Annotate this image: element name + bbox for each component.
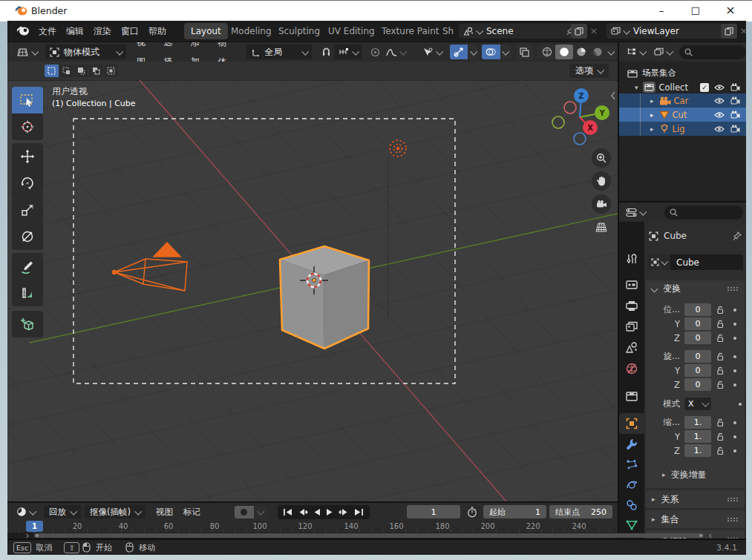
- gizmos-toggle[interactable]: [450, 45, 468, 59]
- workspace-tab-modeling[interactable]: Modeling: [224, 23, 278, 39]
- animate-dot[interactable]: [733, 337, 736, 340]
- panel-grip[interactable]: [727, 497, 739, 502]
- properties-search-input[interactable]: [664, 205, 743, 220]
- jump-to-end-button[interactable]: [354, 508, 364, 516]
- expand-arrow-icon[interactable]: ▾: [635, 84, 638, 91]
- outliner-row-cube[interactable]: ▸ Cut: [619, 108, 746, 122]
- keying-dropdown[interactable]: 抠像(插帧): [85, 505, 146, 518]
- animate-dot[interactable]: [733, 309, 736, 312]
- scene-collection-row[interactable]: 场景集合: [619, 66, 746, 80]
- hide-eye-icon[interactable]: [714, 125, 725, 133]
- blender-menu-icon[interactable]: [16, 26, 30, 36]
- timeline-menu-view[interactable]: 视图: [156, 503, 173, 521]
- tool-transform[interactable]: [12, 223, 43, 250]
- shading-rendered-button[interactable]: [589, 47, 606, 57]
- relations-panel[interactable]: ▸ 关系: [646, 490, 745, 508]
- select-mode-extend-button[interactable]: [59, 65, 73, 77]
- animate-dot[interactable]: [733, 421, 736, 424]
- timeline-scrollbar[interactable]: [7, 533, 618, 538]
- prev-keyframe-button[interactable]: [298, 508, 308, 516]
- tool-scale[interactable]: [12, 197, 43, 223]
- tool-select-box[interactable]: [12, 87, 43, 113]
- tab-particles[interactable]: [626, 459, 638, 470]
- options-dropdown[interactable]: 选项: [569, 64, 609, 78]
- unlock-icon[interactable]: [716, 352, 725, 361]
- disable-render-icon[interactable]: [730, 83, 740, 91]
- menu-file[interactable]: 文件: [39, 21, 56, 42]
- frame-start-field[interactable]: 起始 1: [483, 505, 546, 518]
- animate-dot[interactable]: [739, 403, 742, 406]
- tab-render[interactable]: [626, 280, 638, 290]
- properties-editor-type-button[interactable]: [623, 205, 648, 220]
- select-mode-new-button[interactable]: [45, 65, 59, 77]
- pin-icon[interactable]: [733, 231, 742, 241]
- disable-render-icon[interactable]: [730, 125, 740, 133]
- viewlayer-new-button[interactable]: [721, 24, 737, 39]
- maximize-button[interactable]: □: [679, 1, 713, 22]
- timeline-menu-markers[interactable]: 标记: [183, 503, 200, 521]
- select-mode-invert-button[interactable]: [89, 65, 103, 77]
- outliner-row-light[interactable]: ▸ Lig: [619, 122, 746, 136]
- transform-panel-header[interactable]: 变换: [646, 280, 745, 297]
- shading-solid-button[interactable]: [555, 45, 573, 59]
- rotation-z-field[interactable]: 0: [684, 378, 711, 391]
- tool-measure[interactable]: [12, 280, 43, 306]
- close-button[interactable]: ×: [713, 1, 748, 22]
- xray-toggle[interactable]: [517, 45, 533, 59]
- workspace-tab-uv-editing[interactable]: UV Editing: [321, 23, 382, 39]
- workspace-tab-layout[interactable]: Layout: [184, 23, 228, 39]
- tab-view-layer[interactable]: [626, 321, 638, 332]
- minimize-button[interactable]: –: [644, 1, 679, 22]
- select-mode-subtract-button[interactable]: [74, 65, 88, 77]
- tool-annotate[interactable]: [12, 253, 43, 280]
- navigation-gizmo[interactable]: Z Y X: [549, 82, 616, 156]
- outliner-editor-type-button[interactable]: [624, 45, 648, 59]
- rotation-mode-dropdown[interactable]: X: [684, 398, 711, 410]
- tool-move[interactable]: [12, 143, 43, 170]
- shading-dropdown[interactable]: [606, 50, 616, 55]
- unlock-icon[interactable]: [716, 432, 725, 441]
- playhead[interactable]: 1: [26, 521, 43, 532]
- editor-type-button[interactable]: [13, 45, 41, 59]
- tab-physics[interactable]: [626, 479, 638, 491]
- timeline-ruler[interactable]: 20 40 60 80 100 120 140 160 180 200 220 …: [7, 521, 618, 533]
- outliner-search-input[interactable]: [679, 45, 746, 59]
- next-keyframe-button[interactable]: [339, 508, 349, 516]
- unlock-icon[interactable]: [716, 418, 725, 427]
- animate-dot[interactable]: [733, 435, 736, 438]
- pan-button[interactable]: [592, 171, 611, 191]
- hide-eye-icon[interactable]: [714, 111, 725, 119]
- disable-render-icon[interactable]: [730, 96, 740, 105]
- current-frame-field[interactable]: 1: [407, 505, 460, 518]
- camera-view-button[interactable]: [592, 194, 611, 214]
- animate-dot[interactable]: [733, 323, 736, 326]
- sidebar-collapse-icon[interactable]: [610, 91, 616, 100]
- gizmos-dropdown[interactable]: [468, 45, 478, 59]
- unlock-icon[interactable]: [716, 366, 725, 375]
- overlays-toggle[interactable]: [482, 45, 500, 59]
- collection-row[interactable]: ▾ Collect ✓: [619, 80, 746, 94]
- scale-x-field[interactable]: 1.: [684, 416, 711, 429]
- unlock-icon[interactable]: [716, 381, 725, 389]
- play-reverse-button[interactable]: [313, 508, 321, 516]
- location-x-field[interactable]: 0: [684, 303, 711, 316]
- play-button[interactable]: [326, 508, 333, 516]
- tool-rotate[interactable]: [12, 170, 43, 197]
- zoom-button[interactable]: [592, 148, 611, 168]
- rotation-x-field[interactable]: 0: [684, 350, 711, 363]
- orientation-dropdown[interactable]: 全局: [246, 45, 313, 59]
- scene-selector[interactable]: Scene: [459, 24, 579, 39]
- scene-new-button[interactable]: [571, 24, 587, 39]
- shading-material-button[interactable]: [573, 47, 589, 57]
- animate-dot[interactable]: [733, 355, 736, 358]
- scene-unlink-button[interactable]: ×: [588, 24, 600, 39]
- tab-modifiers[interactable]: [626, 438, 638, 450]
- auto-key-dropdown[interactable]: [254, 506, 267, 518]
- collections-panel[interactable]: ▸ 集合: [646, 510, 745, 528]
- viewport-canvas[interactable]: [7, 80, 618, 501]
- frame-end-field[interactable]: 结束点 250: [549, 505, 612, 518]
- outliner-display-mode-button[interactable]: [651, 45, 675, 59]
- panel-grip[interactable]: [727, 286, 739, 291]
- snap-toggle-button[interactable]: [318, 45, 335, 59]
- tab-object-data[interactable]: [626, 520, 638, 530]
